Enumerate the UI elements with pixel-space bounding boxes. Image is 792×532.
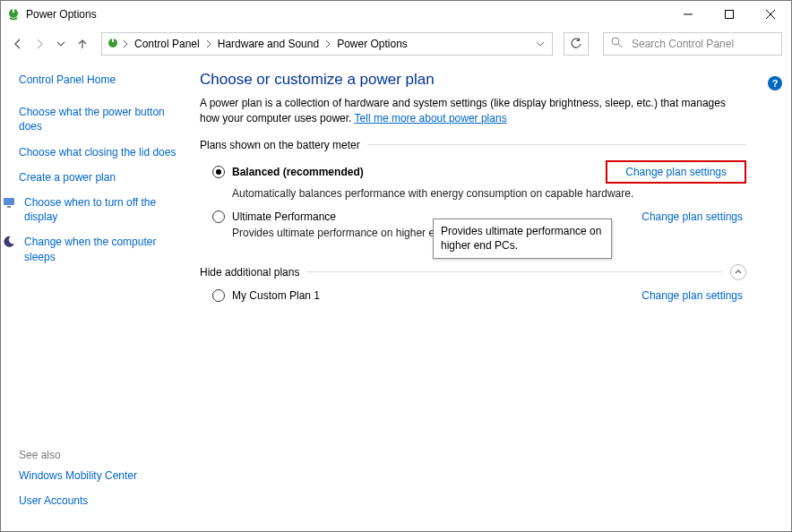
breadcrumb-page[interactable]: Power Options	[333, 36, 411, 52]
svg-line-5	[766, 10, 775, 19]
svg-rect-1	[13, 8, 14, 13]
close-button[interactable]	[750, 1, 791, 28]
plan-balanced: Balanced (recommended) Change plan setti…	[212, 160, 746, 200]
address-icon	[106, 37, 120, 51]
see-also-section: See also Windows Mobility Center User Ac…	[19, 449, 137, 519]
collapse-icon[interactable]	[730, 264, 746, 280]
main-content: Choose or customize a power plan A power…	[189, 60, 791, 531]
see-also-accounts-link[interactable]: User Accounts	[19, 493, 137, 508]
recent-dropdown[interactable]	[53, 36, 69, 52]
address-dropdown[interactable]	[532, 33, 548, 55]
chevron-right-icon[interactable]	[205, 39, 212, 48]
sidebar-link-display-off[interactable]: Choose when to turn off the display	[19, 195, 180, 224]
svg-line-4	[766, 10, 775, 19]
sidebar-link-close-lid[interactable]: Choose what closing the lid does	[19, 145, 180, 159]
up-button[interactable]	[74, 36, 90, 52]
svg-line-9	[618, 44, 622, 47]
breadcrumb-category[interactable]: Hardware and Sound	[214, 36, 323, 52]
page-description: A power plan is a collection of hardware…	[200, 96, 737, 126]
change-settings-balanced[interactable]: Change plan settings	[606, 160, 746, 184]
maximize-button[interactable]	[709, 1, 750, 28]
window-title: Power Options	[26, 8, 97, 21]
moon-icon	[2, 235, 16, 249]
titlebar: Power Options	[1, 1, 791, 28]
nav-bar: Control Panel Hardware and Sound Power O…	[1, 28, 791, 60]
page-title: Choose or customize a power plan	[200, 71, 746, 89]
search-input[interactable]	[630, 37, 774, 51]
svg-rect-10	[4, 198, 14, 205]
monitor-icon	[2, 195, 16, 210]
refresh-button[interactable]	[564, 32, 589, 56]
window-controls	[667, 1, 791, 28]
control-panel-home-link[interactable]: Control Panel Home	[19, 73, 180, 87]
address-bar[interactable]: Control Panel Hardware and Sound Power O…	[101, 32, 553, 56]
plan-name-balanced: Balanced (recommended)	[232, 166, 364, 178]
learn-more-link[interactable]: Tell me more about power plans	[355, 112, 507, 124]
breadcrumb-root[interactable]: Control Panel	[131, 36, 203, 52]
sidebar-link-sleep[interactable]: Change when the computer sleeps	[19, 235, 180, 263]
see-also-mobility-link[interactable]: Windows Mobility Center	[19, 468, 137, 483]
tooltip: Provides ultimate performance on higher …	[433, 219, 612, 259]
forward-button[interactable]	[31, 36, 47, 52]
section-battery-plans: Plans shown on the battery meter	[200, 139, 746, 151]
plan-name-ultimate: Ultimate Performance	[232, 210, 336, 223]
sidebar-link-create-plan[interactable]: Create a power plan	[19, 170, 180, 184]
sidebar-item-label: Choose when to turn off the display	[24, 195, 180, 224]
svg-rect-3	[726, 11, 734, 19]
section-hide-plans[interactable]: Hide additional plans	[200, 264, 746, 280]
back-button[interactable]	[10, 36, 26, 52]
window: Power Options Control Panel Hardware and…	[0, 0, 792, 532]
radio-balanced[interactable]	[212, 166, 225, 178]
change-settings-custom[interactable]: Change plan settings	[641, 289, 746, 302]
radio-ultimate[interactable]	[212, 210, 225, 223]
divider	[367, 144, 746, 145]
chevron-right-icon[interactable]	[324, 39, 331, 48]
see-also-header: See also	[19, 449, 137, 461]
change-settings-ultimate[interactable]: Change plan settings	[641, 210, 746, 223]
chevron-right-icon[interactable]	[122, 39, 129, 48]
sidebar-item-label: Change when the computer sleeps	[24, 235, 180, 263]
svg-point-8	[612, 38, 619, 45]
minimize-button[interactable]	[667, 1, 709, 28]
divider	[306, 271, 723, 272]
tooltip-text: Provides ultimate performance on higher …	[441, 225, 601, 252]
app-icon	[6, 7, 21, 21]
radio-custom[interactable]	[212, 289, 225, 302]
sidebar: Control Panel Home Choose what the power…	[1, 60, 189, 531]
plan-custom: My Custom Plan 1 Change plan settings	[212, 289, 746, 302]
search-icon	[611, 37, 623, 51]
section-label: Hide additional plans	[200, 266, 299, 279]
svg-rect-7	[112, 38, 114, 42]
sidebar-link-power-button[interactable]: Choose what the power button does	[19, 105, 180, 133]
svg-rect-11	[7, 206, 11, 208]
section-label: Plans shown on the battery meter	[200, 139, 360, 151]
plan-desc-balanced: Automatically balances performance with …	[232, 187, 746, 200]
search-box[interactable]	[603, 32, 782, 56]
plan-name-custom: My Custom Plan 1	[232, 289, 320, 302]
